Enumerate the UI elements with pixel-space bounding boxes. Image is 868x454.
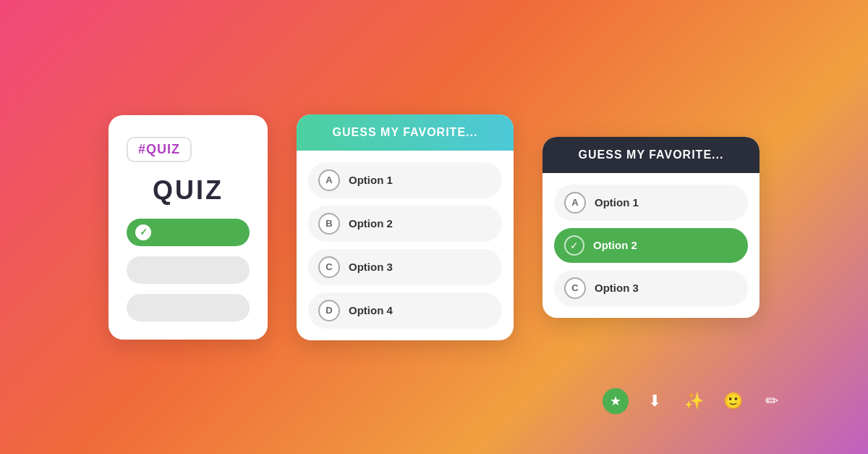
quiz-sticker-card: #QUIZ QUIZ ✓ [109,115,268,340]
quiz-title: QUIZ [153,175,224,206]
card2-option-1[interactable]: A Option 1 [308,162,502,198]
card3-body: A Option 1 ✓ Option 2 C Option 3 [542,173,760,318]
green-quiz-card: GUESS MY FAVORITE... A Option 1 B Option… [297,114,514,340]
option-bar-3 [127,294,250,321]
hashtag-badge: #QUIZ [127,137,192,162]
card2-option-4[interactable]: D Option 4 [308,293,502,329]
option-bar-2 [127,256,250,284]
option-letter-a: A [318,169,340,191]
card2-option-2[interactable]: B Option 2 [308,206,502,242]
option-letter-d: D [318,300,340,321]
option-text-3: Option 3 [349,261,393,273]
card2-header: GUESS MY FAVORITE... [297,114,514,151]
option-text-2: Option 2 [349,217,393,230]
card3-text-3: Option 3 [595,282,639,294]
card3-check: ✓ [564,235,584,256]
card3-text-2: Option 2 [593,239,637,251]
option-bar-1: ✓ [127,219,250,246]
option-text-4: Option 4 [349,304,393,316]
face-icon[interactable]: 🙂 [720,388,746,414]
card3-header: GUESS MY FAVORITE... [542,137,760,173]
card3-option-2[interactable]: ✓ Option 2 [554,228,748,263]
dark-quiz-card: GUESS MY FAVORITE... A Option 1 ✓ Option… [542,137,760,318]
main-container: #QUIZ QUIZ ✓ GUESS MY FAVORITE... A Opti… [0,0,868,454]
pencil-icon[interactable]: ✏ [759,388,785,414]
option-text-1: Option 1 [349,174,393,186]
card3-letter-c: C [564,277,586,299]
download-icon[interactable]: ⬇ [642,388,668,414]
bottom-toolbar: ★ ⬇ ✨ 🙂 ✏ [603,388,785,414]
card2-body: A Option 1 B Option 2 C Option 3 D Optio… [297,151,514,340]
option-letter-c: C [318,256,340,278]
star-icon[interactable]: ★ [603,388,629,414]
card2-option-3[interactable]: C Option 3 [308,249,502,285]
card3-option-1[interactable]: A Option 1 [554,185,748,221]
card3-letter-a: A [564,192,586,214]
card3-text-1: Option 1 [595,196,639,209]
sparkle-face-icon[interactable]: ✨ [681,388,707,414]
card3-option-3[interactable]: C Option 3 [554,270,748,306]
check-icon: ✓ [135,224,151,240]
option-letter-b: B [318,213,340,235]
